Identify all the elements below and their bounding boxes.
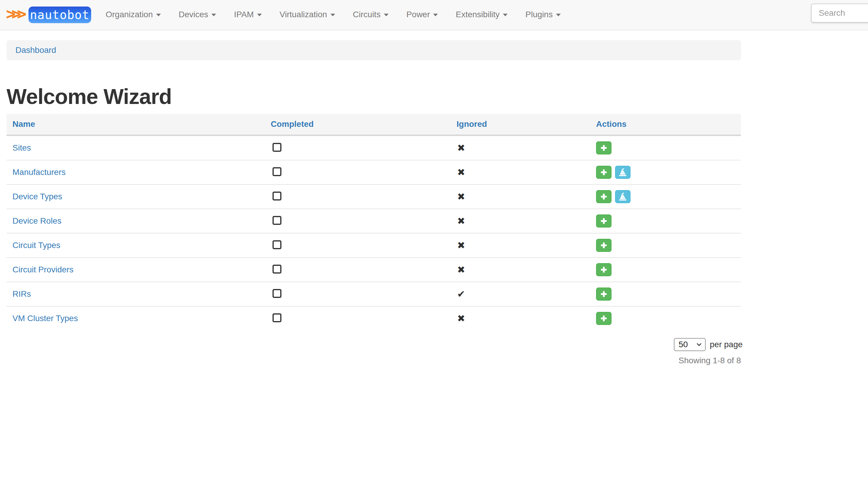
nav-menu-item-power[interactable]: Power	[398, 10, 447, 19]
add-button[interactable]	[596, 166, 612, 179]
ignored-mark: ✖	[457, 240, 465, 251]
completed-checkbox[interactable]	[273, 143, 281, 152]
plus-icon	[599, 314, 608, 323]
chevron-down-icon	[384, 14, 389, 16]
chevron-down-icon	[433, 14, 438, 16]
table-row: Circuit Providers ✖	[7, 257, 741, 282]
completed-checkbox[interactable]	[273, 265, 281, 273]
table-row: Device Roles ✖	[7, 209, 741, 233]
wizard-button[interactable]	[615, 166, 630, 179]
add-button[interactable]	[596, 215, 612, 228]
column-header-actions: Actions	[590, 114, 741, 135]
chevron-down-icon	[556, 14, 561, 16]
per-page-select[interactable]: 50	[674, 338, 706, 351]
plus-icon	[599, 217, 608, 226]
search-input[interactable]	[811, 3, 868, 23]
nav-menu-item-circuits[interactable]: Circuits	[344, 10, 398, 19]
add-button[interactable]	[596, 239, 612, 252]
chevron-down-icon	[211, 14, 216, 16]
chevron-down-icon	[257, 14, 262, 16]
table-header-row: Name Completed Ignored Actions	[7, 114, 741, 135]
plus-icon	[599, 290, 608, 299]
chevron-down-icon	[503, 14, 508, 16]
add-button[interactable]	[596, 142, 612, 155]
add-button[interactable]	[596, 288, 612, 301]
logo-chevrons-icon: >>>	[6, 6, 28, 22]
row-link-rirs[interactable]: RIRs	[12, 289, 31, 299]
wizard-button[interactable]	[615, 190, 630, 203]
row-link-device-types[interactable]: Device Types	[12, 192, 62, 201]
page-title: Welcome Wizard	[7, 86, 172, 107]
plus-icon	[599, 241, 608, 250]
completed-checkbox[interactable]	[273, 216, 281, 225]
table-row: Device Types ✖	[7, 184, 741, 209]
add-button[interactable]	[596, 190, 612, 203]
per-page-label: per page	[710, 340, 743, 349]
plus-icon	[599, 168, 608, 177]
nav-menu-item-extensibility[interactable]: Extensibility	[447, 10, 517, 19]
nav-menu-item-virtualization[interactable]: Virtualization	[271, 10, 344, 19]
row-link-circuit-types[interactable]: Circuit Types	[12, 241, 60, 250]
pagination-summary: Showing 1-8 of 8	[563, 356, 741, 365]
table-row: Sites ✖	[7, 135, 741, 160]
ignored-mark: ✖	[457, 167, 465, 178]
table-row: VM Cluster Types ✖	[7, 306, 741, 330]
completed-checkbox[interactable]	[273, 313, 281, 322]
row-link-device-roles[interactable]: Device Roles	[12, 216, 61, 226]
nav-menu: Organization Devices IPAM Virtualization…	[97, 0, 570, 29]
per-page-control: 50 per page	[674, 338, 743, 351]
completed-checkbox[interactable]	[273, 192, 281, 200]
nav-menu-item-ipam[interactable]: IPAM	[225, 10, 271, 19]
table-row: Manufacturers ✖	[7, 160, 741, 184]
row-link-manufacturers[interactable]: Manufacturers	[12, 168, 66, 177]
navbar: >>> nautobot Organization Devices IPAM V…	[0, 0, 868, 30]
completed-checkbox[interactable]	[273, 289, 281, 298]
ignored-mark: ✖	[457, 142, 465, 154]
column-header-name[interactable]: Name	[7, 114, 265, 135]
breadcrumb: Dashboard	[7, 40, 741, 60]
table-row: RIRs ✔	[7, 282, 741, 306]
breadcrumb-link-dashboard[interactable]: Dashboard	[15, 46, 56, 55]
wizard-hat-icon	[618, 192, 628, 202]
nav-menu-item-plugins[interactable]: Plugins	[517, 10, 570, 19]
nav-menu-item-organization[interactable]: Organization	[97, 10, 170, 19]
chevron-down-icon	[330, 14, 335, 16]
ignored-mark: ✖	[457, 215, 465, 227]
wizard-hat-icon	[618, 167, 628, 177]
logo-wordmark: nautobot	[28, 7, 91, 23]
ignored-mark: ✖	[457, 191, 465, 202]
completed-checkbox[interactable]	[273, 167, 281, 176]
ignored-mark: ✔	[457, 289, 465, 300]
row-link-sites[interactable]: Sites	[12, 143, 31, 153]
add-button[interactable]	[596, 312, 612, 325]
row-link-vm-cluster-types[interactable]: VM Cluster Types	[12, 314, 78, 323]
chevron-down-icon	[695, 341, 703, 348]
table-row: Circuit Types ✖	[7, 233, 741, 257]
column-header-ignored[interactable]: Ignored	[451, 114, 590, 135]
chevron-down-icon	[156, 14, 161, 16]
completed-checkbox[interactable]	[273, 240, 281, 249]
nautobot-logo[interactable]: >>> nautobot	[6, 0, 91, 30]
plus-icon	[599, 192, 608, 201]
nav-menu-item-devices[interactable]: Devices	[170, 10, 225, 19]
add-button[interactable]	[596, 263, 612, 276]
ignored-mark: ✖	[457, 313, 465, 324]
page: >>> nautobot Organization Devices IPAM V…	[0, 0, 868, 499]
plus-icon	[599, 144, 608, 153]
ignored-mark: ✖	[457, 264, 465, 275]
row-link-circuit-providers[interactable]: Circuit Providers	[12, 265, 73, 274]
plus-icon	[599, 265, 608, 274]
column-header-completed[interactable]: Completed	[265, 114, 451, 135]
welcome-wizard-table: Name Completed Ignored Actions Sites ✖ M…	[7, 114, 741, 330]
per-page-value: 50	[679, 340, 688, 349]
